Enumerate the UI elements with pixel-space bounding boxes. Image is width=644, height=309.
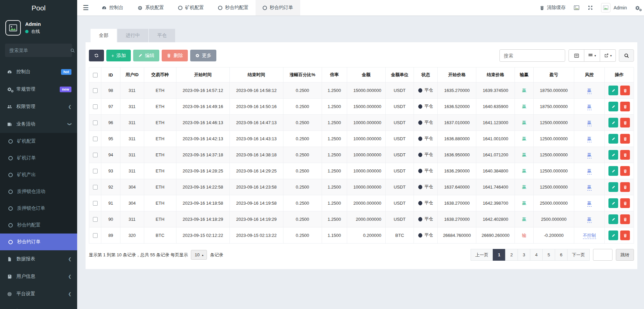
row-delete-button[interactable]	[620, 198, 630, 208]
jump-page-input[interactable]	[593, 249, 612, 261]
row-edit-button[interactable]	[608, 230, 618, 240]
sidebar-subitem-秒合约配置[interactable]: 秒合约配置	[0, 217, 77, 234]
page-button-4[interactable]: 4	[530, 249, 543, 261]
top-tab-秒合约配置[interactable]: 秒合约配置	[211, 0, 256, 15]
next-page-button[interactable]: 下一页	[567, 249, 590, 261]
sidebar-item-用户信息[interactable]: 用户信息❮	[0, 268, 77, 285]
risk-control-link[interactable]: 赢	[587, 168, 592, 174]
row-delete-button[interactable]	[620, 134, 630, 144]
row-checkbox[interactable]	[93, 201, 98, 206]
jump-button[interactable]: 跳转	[616, 249, 634, 261]
row-checkbox[interactable]	[93, 233, 98, 238]
row-delete-button[interactable]	[620, 214, 630, 224]
row-checkbox[interactable]	[93, 137, 98, 141]
sidebar-subitem-矿机产出[interactable]: 矿机产出	[0, 166, 77, 183]
row-delete-button[interactable]	[620, 230, 630, 240]
row-delete-button[interactable]	[620, 102, 630, 111]
page-size-select[interactable]: 10 ▴	[191, 250, 207, 260]
page-button-5[interactable]: 5	[542, 249, 555, 261]
row-delete-button[interactable]	[620, 182, 630, 192]
top-tab-秒合约订单[interactable]: 秒合约订单	[256, 0, 300, 15]
hamburger-icon[interactable]: ☰	[77, 4, 95, 12]
page-button-1[interactable]: 1	[493, 249, 505, 261]
row-edit-button[interactable]	[608, 86, 618, 95]
page-button-6[interactable]: 6	[555, 249, 568, 261]
search-icon[interactable]	[70, 48, 75, 53]
more-button[interactable]: 更多	[190, 50, 216, 61]
risk-control-link[interactable]: 赢	[587, 136, 592, 142]
settings-gears-icon[interactable]	[635, 5, 640, 10]
cell-sp: 1638.270000	[438, 211, 476, 227]
pencil-icon	[138, 53, 143, 58]
row-edit-button[interactable]	[608, 150, 618, 160]
sidebar-subitem-秒合约订单[interactable]: 秒合约订单	[0, 234, 77, 250]
risk-control-link[interactable]: 不控制	[583, 233, 596, 239]
broken-image-icon[interactable]	[574, 5, 580, 11]
navbar-user-menu[interactable]: Admin	[601, 3, 627, 12]
row-checkbox[interactable]	[93, 88, 98, 93]
export-button[interactable]: ▾	[600, 49, 616, 62]
sidebar-subitem-质押锁仓活动[interactable]: 质押锁仓活动	[0, 183, 77, 200]
top-tab-系统配置[interactable]: 系统配置	[130, 0, 171, 15]
row-edit-button[interactable]	[608, 182, 618, 192]
clear-cache-button[interactable]: 清除缓存	[540, 5, 566, 11]
row-edit-button[interactable]	[608, 198, 618, 208]
sidebar-subitem-质押锁仓订单[interactable]: 质押锁仓订单	[0, 200, 77, 217]
row-edit-button[interactable]	[608, 118, 618, 127]
cell-mult: 1.2500	[322, 115, 347, 131]
sidebar-item-平台设置[interactable]: 平台设置❮	[0, 285, 77, 303]
row-edit-button[interactable]	[608, 166, 618, 176]
risk-control-link[interactable]: 赢	[587, 152, 592, 158]
cell-mult: 1.2500	[322, 147, 347, 163]
row-edit-button[interactable]	[608, 134, 618, 144]
filter-tab-进行中[interactable]: 进行中	[117, 29, 148, 42]
row-checkbox[interactable]	[93, 169, 98, 173]
risk-control-link[interactable]: 赢	[587, 217, 592, 223]
sidebar-subitem-矿机订单[interactable]: 矿机订单	[0, 150, 77, 166]
row-edit-button[interactable]	[608, 214, 618, 224]
select-all-checkbox[interactable]	[93, 73, 98, 78]
sidebar-item-业务活动[interactable]: 业务活动❯	[0, 115, 77, 133]
risk-control-link[interactable]: 赢	[587, 201, 592, 207]
table-search-input[interactable]	[499, 49, 565, 62]
sidebar-item-记录[interactable]: 记录❮	[0, 303, 77, 309]
columns-button[interactable]: ▾	[584, 49, 600, 62]
filter-tab-平仓[interactable]: 平仓	[149, 29, 175, 42]
add-button[interactable]: +添加	[106, 50, 131, 61]
row-delete-button[interactable]	[620, 118, 630, 127]
row-checkbox[interactable]	[93, 120, 98, 125]
row-checkbox[interactable]	[93, 185, 98, 190]
row-checkbox[interactable]	[93, 153, 98, 157]
sidebar-item-常规管理[interactable]: 常规管理new	[0, 81, 77, 98]
risk-control-link[interactable]: 赢	[587, 104, 592, 110]
row-delete-button[interactable]	[620, 86, 630, 95]
row-checkbox[interactable]	[93, 104, 98, 109]
risk-control-link[interactable]: 赢	[587, 88, 592, 94]
delete-button[interactable]: 删除	[162, 50, 188, 61]
row-edit-button[interactable]	[608, 102, 618, 111]
row-checkbox[interactable]	[93, 217, 98, 222]
sidebar-search-input[interactable]	[9, 48, 70, 53]
page-button-2[interactable]: 2	[505, 249, 518, 261]
search-submit-button[interactable]	[619, 49, 634, 62]
detail-view-button[interactable]	[569, 49, 584, 62]
page-button-3[interactable]: 3	[518, 249, 530, 261]
risk-control-link[interactable]: 赢	[587, 185, 592, 191]
top-tab-矿机配置[interactable]: 矿机配置	[171, 0, 211, 15]
top-tab-控制台[interactable]: 控制台	[95, 0, 130, 15]
refresh-button[interactable]	[89, 50, 104, 61]
risk-control-link[interactable]: 赢	[587, 120, 592, 126]
sidebar-item-数据报表[interactable]: 数据报表❮	[0, 250, 77, 268]
gears-icon	[635, 5, 640, 10]
sidebar-item-控制台[interactable]: 控制台hot	[0, 63, 77, 81]
row-delete-button[interactable]	[620, 150, 630, 160]
sidebar-item-权限管理[interactable]: 权限管理❮	[0, 98, 77, 115]
avatar[interactable]	[5, 20, 21, 36]
fullscreen-icon[interactable]	[588, 5, 593, 10]
cell-coin: ETH	[144, 163, 176, 179]
sidebar-subitem-矿机配置[interactable]: 矿机配置	[0, 133, 77, 150]
row-delete-button[interactable]	[620, 166, 630, 176]
filter-tab-全部[interactable]: 全部	[91, 29, 117, 42]
prev-page-button[interactable]: 上一页	[471, 249, 493, 261]
edit-button[interactable]: 编辑	[133, 50, 159, 61]
